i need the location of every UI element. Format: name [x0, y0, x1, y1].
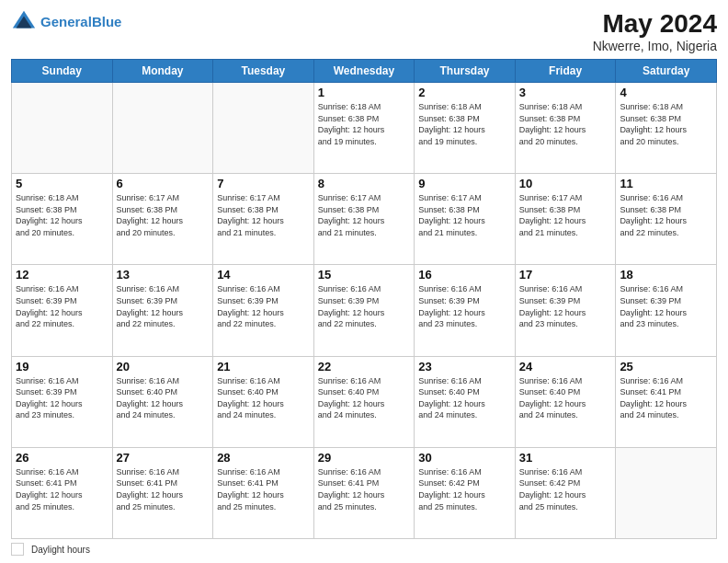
day-header-monday: Monday — [112, 60, 213, 83]
day-info: Sunrise: 6:16 AM Sunset: 6:40 PM Dayligh… — [418, 375, 511, 421]
day-info: Sunrise: 6:16 AM Sunset: 6:39 PM Dayligh… — [217, 283, 310, 329]
logo-icon — [11, 9, 37, 35]
calendar-cell: 4Sunrise: 6:18 AM Sunset: 6:38 PM Daylig… — [616, 83, 717, 174]
calendar-cell: 28Sunrise: 6:16 AM Sunset: 6:41 PM Dayli… — [213, 447, 314, 538]
day-number: 18 — [620, 268, 712, 282]
calendar-cell: 9Sunrise: 6:17 AM Sunset: 6:38 PM Daylig… — [415, 174, 516, 265]
day-number: 22 — [318, 360, 411, 373]
calendar-cell: 31Sunrise: 6:16 AM Sunset: 6:42 PM Dayli… — [515, 447, 616, 538]
calendar-cell: 16Sunrise: 6:16 AM Sunset: 6:39 PM Dayli… — [415, 265, 516, 356]
calendar-cell: 19Sunrise: 6:16 AM Sunset: 6:39 PM Dayli… — [12, 356, 113, 447]
calendar-cell: 20Sunrise: 6:16 AM Sunset: 6:40 PM Dayli… — [112, 356, 213, 447]
day-number: 17 — [519, 268, 612, 282]
day-number: 15 — [318, 268, 411, 282]
location: Nkwerre, Imo, Nigeria — [593, 39, 717, 53]
calendar-cell: 15Sunrise: 6:16 AM Sunset: 6:39 PM Dayli… — [313, 265, 415, 356]
day-number: 11 — [620, 177, 712, 190]
calendar-cell: 8Sunrise: 6:17 AM Sunset: 6:38 PM Daylig… — [313, 174, 415, 265]
day-number: 24 — [519, 360, 612, 373]
day-info: Sunrise: 6:18 AM Sunset: 6:38 PM Dayligh… — [620, 101, 712, 147]
day-number: 6 — [117, 177, 210, 190]
day-info: Sunrise: 6:16 AM Sunset: 6:41 PM Dayligh… — [217, 466, 310, 512]
calendar-cell: 13Sunrise: 6:16 AM Sunset: 6:39 PM Dayli… — [112, 265, 213, 356]
day-info: Sunrise: 6:18 AM Sunset: 6:38 PM Dayligh… — [418, 101, 511, 147]
footer: Daylight hours — [11, 543, 717, 556]
day-number: 25 — [620, 360, 712, 373]
day-number: 4 — [620, 86, 712, 99]
day-info: Sunrise: 6:16 AM Sunset: 6:39 PM Dayligh… — [620, 283, 712, 329]
day-info: Sunrise: 6:16 AM Sunset: 6:39 PM Dayligh… — [318, 283, 411, 329]
logo-line1: General — [40, 14, 92, 29]
calendar-cell: 3Sunrise: 6:18 AM Sunset: 6:38 PM Daylig… — [515, 83, 616, 174]
day-number: 1 — [318, 86, 411, 99]
calendar-cell: 7Sunrise: 6:17 AM Sunset: 6:38 PM Daylig… — [213, 174, 314, 265]
calendar-cell: 26Sunrise: 6:16 AM Sunset: 6:41 PM Dayli… — [12, 447, 113, 538]
day-info: Sunrise: 6:16 AM Sunset: 6:39 PM Dayligh… — [16, 283, 108, 329]
day-header-friday: Friday — [515, 60, 616, 83]
day-number: 30 — [418, 451, 511, 465]
day-info: Sunrise: 6:16 AM Sunset: 6:41 PM Dayligh… — [16, 466, 108, 512]
logo: GeneralBlue — [11, 9, 121, 35]
calendar-cell — [12, 83, 113, 174]
day-number: 19 — [16, 360, 108, 373]
day-number: 29 — [318, 451, 411, 465]
day-header-saturday: Saturday — [616, 60, 717, 83]
legend-box — [11, 543, 24, 556]
day-number: 14 — [217, 268, 310, 282]
day-header-thursday: Thursday — [415, 60, 516, 83]
calendar-cell: 2Sunrise: 6:18 AM Sunset: 6:38 PM Daylig… — [415, 83, 516, 174]
calendar-cell: 5Sunrise: 6:18 AM Sunset: 6:38 PM Daylig… — [12, 174, 113, 265]
calendar-cell: 23Sunrise: 6:16 AM Sunset: 6:40 PM Dayli… — [415, 356, 516, 447]
day-number: 20 — [117, 360, 210, 373]
day-info: Sunrise: 6:16 AM Sunset: 6:41 PM Dayligh… — [620, 375, 712, 421]
calendar-cell: 30Sunrise: 6:16 AM Sunset: 6:42 PM Dayli… — [415, 447, 516, 538]
calendar-cell — [213, 83, 314, 174]
day-info: Sunrise: 6:17 AM Sunset: 6:38 PM Dayligh… — [519, 192, 612, 238]
calendar-cell — [616, 447, 717, 538]
day-info: Sunrise: 6:17 AM Sunset: 6:38 PM Dayligh… — [117, 192, 210, 238]
calendar-cell: 25Sunrise: 6:16 AM Sunset: 6:41 PM Dayli… — [616, 356, 717, 447]
day-info: Sunrise: 6:16 AM Sunset: 6:39 PM Dayligh… — [117, 283, 210, 329]
day-info: Sunrise: 6:16 AM Sunset: 6:41 PM Dayligh… — [318, 466, 411, 512]
calendar-cell: 14Sunrise: 6:16 AM Sunset: 6:39 PM Dayli… — [213, 265, 314, 356]
day-info: Sunrise: 6:16 AM Sunset: 6:38 PM Dayligh… — [620, 192, 712, 238]
calendar-cell: 27Sunrise: 6:16 AM Sunset: 6:41 PM Dayli… — [112, 447, 213, 538]
day-number: 28 — [217, 451, 310, 465]
calendar-cell: 12Sunrise: 6:16 AM Sunset: 6:39 PM Dayli… — [12, 265, 113, 356]
day-number: 13 — [117, 268, 210, 282]
day-number: 21 — [217, 360, 310, 373]
calendar-cell: 11Sunrise: 6:16 AM Sunset: 6:38 PM Dayli… — [616, 174, 717, 265]
calendar-cell: 10Sunrise: 6:17 AM Sunset: 6:38 PM Dayli… — [515, 174, 616, 265]
week-row-4: 19Sunrise: 6:16 AM Sunset: 6:39 PM Dayli… — [12, 356, 717, 447]
legend-label: Daylight hours — [31, 545, 90, 555]
calendar-cell: 17Sunrise: 6:16 AM Sunset: 6:39 PM Dayli… — [515, 265, 616, 356]
day-number: 31 — [519, 451, 612, 465]
week-row-5: 26Sunrise: 6:16 AM Sunset: 6:41 PM Dayli… — [12, 447, 717, 538]
week-row-1: 1Sunrise: 6:18 AM Sunset: 6:38 PM Daylig… — [12, 83, 717, 174]
day-number: 2 — [418, 86, 511, 99]
day-info: Sunrise: 6:16 AM Sunset: 6:40 PM Dayligh… — [217, 375, 310, 421]
calendar-cell — [112, 83, 213, 174]
day-header-wednesday: Wednesday — [313, 60, 415, 83]
day-number: 26 — [16, 451, 108, 465]
day-header-sunday: Sunday — [12, 60, 113, 83]
logo-text: GeneralBlue — [40, 15, 121, 30]
page: GeneralBlue May 2024 Nkwerre, Imo, Niger… — [0, 0, 728, 563]
day-number: 9 — [418, 177, 511, 190]
day-number: 5 — [16, 177, 108, 190]
day-info: Sunrise: 6:17 AM Sunset: 6:38 PM Dayligh… — [217, 192, 310, 238]
week-row-3: 12Sunrise: 6:16 AM Sunset: 6:39 PM Dayli… — [12, 265, 717, 356]
day-info: Sunrise: 6:18 AM Sunset: 6:38 PM Dayligh… — [16, 192, 108, 238]
logo-line2: Blue — [92, 14, 122, 29]
day-number: 3 — [519, 86, 612, 99]
calendar-cell: 22Sunrise: 6:16 AM Sunset: 6:40 PM Dayli… — [313, 356, 415, 447]
day-info: Sunrise: 6:16 AM Sunset: 6:40 PM Dayligh… — [318, 375, 411, 421]
calendar-cell: 6Sunrise: 6:17 AM Sunset: 6:38 PM Daylig… — [112, 174, 213, 265]
day-info: Sunrise: 6:16 AM Sunset: 6:42 PM Dayligh… — [519, 466, 612, 512]
calendar-cell: 24Sunrise: 6:16 AM Sunset: 6:40 PM Dayli… — [515, 356, 616, 447]
day-info: Sunrise: 6:16 AM Sunset: 6:42 PM Dayligh… — [418, 466, 511, 512]
day-info: Sunrise: 6:16 AM Sunset: 6:39 PM Dayligh… — [418, 283, 511, 329]
calendar-cell: 1Sunrise: 6:18 AM Sunset: 6:38 PM Daylig… — [313, 83, 415, 174]
month-year: May 2024 — [593, 9, 717, 39]
calendar-cell: 21Sunrise: 6:16 AM Sunset: 6:40 PM Dayli… — [213, 356, 314, 447]
